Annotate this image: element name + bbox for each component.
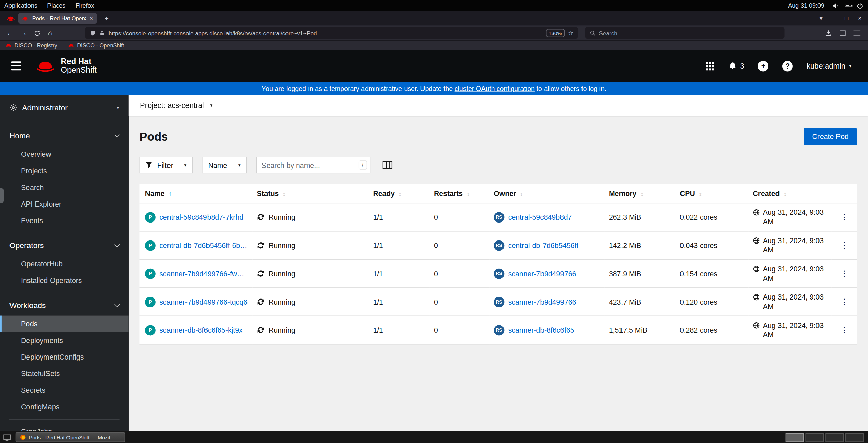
nav-section-operators[interactable]: Operators — [0, 235, 129, 256]
status-text: Running — [269, 298, 295, 306]
forward-button[interactable]: → — [19, 29, 28, 37]
url-bar[interactable]: https://console-openshift-console.apps.d… — [85, 27, 578, 39]
pod-name-link[interactable]: scanner-db-8f6c6f65-kjt9x — [159, 326, 242, 334]
create-pod-button[interactable]: Create Pod — [804, 128, 857, 145]
restarts-cell: 0 — [430, 288, 489, 316]
sidebar-item-configmaps[interactable]: ConfigMaps — [0, 399, 129, 416]
bookmark-disco-openshift[interactable]: DISCO - OpenShift — [68, 42, 124, 49]
oauth-config-link[interactable]: cluster OAuth configuration — [455, 85, 535, 93]
sidebar-item-cronjobs[interactable]: CronJobs — [0, 424, 129, 431]
reload-button[interactable] — [32, 30, 42, 36]
filter-dropdown[interactable]: Filter ▾ — [139, 157, 193, 173]
new-tab-button[interactable]: + — [102, 14, 111, 22]
power-icon[interactable] — [856, 2, 864, 9]
places-menu[interactable]: Places — [47, 2, 65, 9]
owner-link[interactable]: central-59c849b8d7 — [508, 213, 572, 221]
app-launcher-icon[interactable] — [705, 61, 715, 71]
manage-columns-button[interactable] — [382, 160, 392, 169]
lock-icon[interactable] — [99, 30, 105, 36]
col-header-status[interactable]: Status↕ — [252, 184, 369, 203]
battery-icon[interactable] — [844, 2, 851, 9]
save-page-icon[interactable] — [825, 30, 832, 37]
row-kebab-button[interactable]: ⋮ — [837, 212, 852, 222]
workspace-3[interactable] — [825, 433, 844, 442]
chevron-down-icon — [114, 132, 120, 137]
tab-overflow-icon[interactable]: ▾ — [820, 15, 823, 22]
sort-icon: ↕ — [640, 191, 644, 197]
sidebar-item-projects[interactable]: Projects — [0, 163, 129, 179]
browser-menu-icon[interactable] — [854, 30, 861, 36]
tab-close-icon[interactable]: × — [90, 15, 93, 22]
taskbar-window-button[interactable]: Pods - Red Hat OpenShift — Mozil... — [16, 432, 125, 442]
help-button[interactable]: ? — [782, 61, 793, 71]
sidebar-item-pods[interactable]: Pods — [0, 316, 129, 332]
applications-menu[interactable]: Applications — [4, 2, 37, 9]
drawer-handle[interactable] — [0, 188, 4, 203]
browser-tab[interactable]: Pods - Red Hat OpenShift × — [18, 13, 97, 24]
sidebar-item-overview[interactable]: Overview — [0, 146, 129, 163]
owner-link[interactable]: central-db-7d6b5456ff — [508, 241, 578, 249]
memory-cell: 262.3 MiB — [605, 203, 675, 231]
owner-link[interactable]: scanner-7b9d499766 — [508, 269, 576, 277]
bookmark-star-icon[interactable]: ☆ — [568, 30, 573, 37]
workspace-2[interactable] — [806, 433, 824, 442]
notifications-button[interactable]: 3 — [728, 61, 744, 70]
sidebar-item-operatorhub[interactable]: OperatorHub — [0, 256, 129, 272]
sidebar-item-installed-operators[interactable]: Installed Operators — [0, 272, 129, 289]
zoom-indicator[interactable]: 130% — [546, 29, 565, 37]
workspace-1[interactable] — [786, 433, 804, 442]
window-maximize-button[interactable]: □ — [845, 15, 848, 22]
col-header-restarts[interactable]: Restarts↕ — [430, 184, 489, 203]
sidebar-item-secrets[interactable]: Secrets — [0, 382, 129, 399]
sidebar-item-statefulsets[interactable]: StatefulSets — [0, 366, 129, 382]
table-row: Pscanner-7b9d499766-fw79s Running 1/1 0 … — [139, 259, 857, 288]
clock[interactable]: Aug 31 09:09 — [788, 2, 824, 9]
show-desktop-icon[interactable] — [3, 434, 11, 441]
pod-name-link[interactable]: scanner-7b9d499766-tqcq6 — [159, 298, 248, 306]
sidebar-item-deploymentconfigs[interactable]: DeploymentConfigs — [0, 349, 129, 366]
firefox-menu[interactable]: Firefox — [76, 2, 94, 9]
col-header-owner[interactable]: Owner↕ — [489, 184, 605, 203]
owner-link[interactable]: scanner-db-8f6c6f65 — [508, 326, 574, 334]
bookmark-disco-registry[interactable]: DISCO - Registry — [5, 42, 57, 49]
pod-name-link[interactable]: central-59c849b8d7-7krhd — [159, 213, 243, 221]
workspace-4[interactable] — [845, 433, 864, 442]
pod-name-link[interactable]: central-db-7d6b5456ff-6bjv4 — [159, 241, 248, 249]
window-close-button[interactable]: × — [858, 15, 862, 22]
project-selector[interactable]: Project: acs-central ▾ — [129, 95, 868, 116]
volume-icon[interactable] — [832, 2, 839, 9]
row-kebab-button[interactable]: ⋮ — [837, 325, 852, 335]
sidebar-item-events[interactable]: Events — [0, 213, 129, 229]
pod-name-link[interactable]: scanner-7b9d499766-fw79s — [159, 269, 248, 277]
browser-nav-bar: ← → ⌂ https://console-openshift-console.… — [0, 25, 868, 40]
tracking-shield-icon[interactable] — [90, 30, 96, 36]
window-minimize-button[interactable]: – — [832, 15, 835, 22]
user-menu[interactable]: kube:admin ▾ — [807, 62, 851, 70]
browser-search-field[interactable]: Search — [585, 27, 785, 39]
back-button[interactable]: ← — [5, 29, 15, 37]
quick-create-button[interactable]: + — [758, 61, 768, 71]
sidebar-toggle-icon[interactable] — [839, 30, 846, 37]
row-kebab-button[interactable]: ⋮ — [837, 240, 852, 250]
nav-section-home[interactable]: Home — [0, 125, 129, 146]
nav-section-workloads[interactable]: Workloads — [0, 295, 129, 316]
col-label: CPU — [680, 189, 695, 197]
sidebar-item-api-explorer[interactable]: API Explorer — [0, 196, 129, 213]
sidebar-item-search[interactable]: Search — [0, 179, 129, 196]
openshift-app-icon — [7, 15, 15, 22]
col-header-created[interactable]: Created↕ — [748, 184, 831, 203]
col-header-cpu[interactable]: CPU↕ — [675, 184, 749, 203]
col-header-name[interactable]: Name↑ — [139, 184, 252, 203]
sidebar-item-deployments[interactable]: Deployments — [0, 332, 129, 349]
search-by-name-input[interactable] — [256, 157, 370, 173]
row-kebab-button[interactable]: ⋮ — [837, 297, 852, 307]
sort-icon: ↕ — [784, 191, 787, 197]
name-filter-dropdown[interactable]: Name ▾ — [202, 157, 247, 173]
row-kebab-button[interactable]: ⋮ — [837, 269, 852, 278]
owner-link[interactable]: scanner-7b9d499766 — [508, 298, 576, 306]
perspective-switcher[interactable]: Administrator ▾ — [0, 95, 129, 120]
col-header-memory[interactable]: Memory↕ — [605, 184, 675, 203]
nav-toggle-icon[interactable] — [9, 59, 23, 72]
col-header-ready[interactable]: Ready↕ — [369, 184, 430, 203]
home-button[interactable]: ⌂ — [45, 29, 55, 37]
